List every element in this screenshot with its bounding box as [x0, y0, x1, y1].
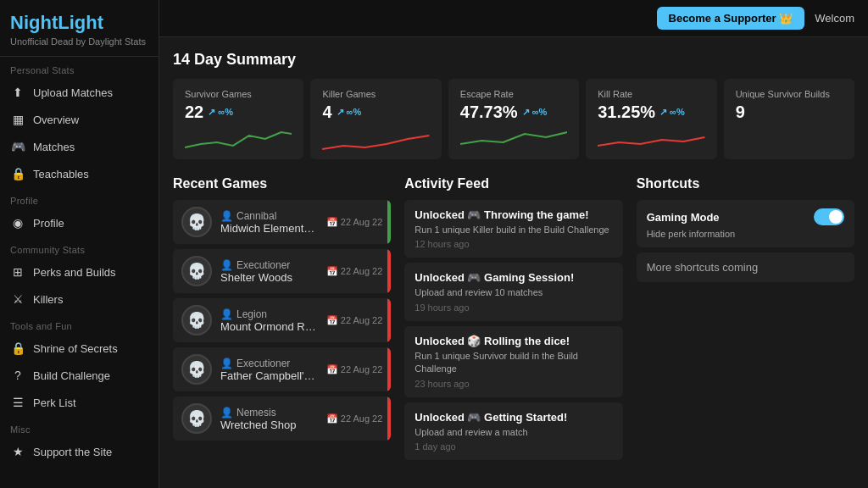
- activity-title-0: Unlocked 🎮 Throwing the game!: [415, 208, 612, 221]
- game-info-1: 👤Executioner Shelter Woods: [220, 259, 318, 284]
- game-map-4: Wretched Shop: [220, 419, 318, 431]
- game-item-1[interactable]: 💀 👤Executioner Shelter Woods 📅 22 Aug 22: [173, 249, 391, 293]
- sidebar-item-overview[interactable]: ▦ Overview: [0, 106, 159, 133]
- toggle-knob: [829, 210, 843, 224]
- game-info-0: 👤Cannibal Midwich Elementary School: [220, 210, 318, 235]
- activity-time-3: 1 day ago: [415, 441, 612, 452]
- sidebar-label-build: Build Challenge: [33, 369, 110, 382]
- shortcuts-panel: Shortcuts Gaming Mode Hide perk informat…: [637, 176, 854, 465]
- activity-feed-panel: Activity Feed Unlocked 🎮 Throwing the ga…: [404, 176, 622, 465]
- sidebar-item-build-challenge[interactable]: ? Build Challenge: [0, 362, 159, 389]
- sidebar-item-shrine[interactable]: 🔒 Shrine of Secrets: [0, 335, 159, 362]
- gaming-mode-card: Gaming Mode Hide perk information: [637, 200, 854, 247]
- stat-card-unique-builds: Unique Survivor Builds 9: [724, 79, 854, 159]
- summary-title: 14 Day Summary: [173, 51, 854, 69]
- logo-title: NightLight: [10, 12, 148, 34]
- sidebar-label-profile: Profile: [33, 217, 64, 230]
- game-icon-1: 💀: [181, 256, 212, 286]
- gaming-mode-toggle[interactable]: [814, 208, 844, 225]
- game-date-2: 📅 22 Aug 22: [326, 315, 383, 326]
- main-content: Become a Supporter 👑 Welcom 14 Day Summa…: [159, 0, 868, 488]
- game-date-3: 📅 22 Aug 22: [326, 364, 383, 375]
- perks-icon: ⊞: [10, 264, 25, 280]
- stat-trend-0: ↗ ∞%: [208, 107, 233, 118]
- stat-label-2: Escape Rate: [460, 89, 567, 99]
- game-icon-4: 💀: [181, 403, 212, 434]
- activity-desc-2: Run 1 unique Survivor build in the Build…: [415, 350, 612, 376]
- game-result-2: [387, 298, 391, 342]
- game-killer-4: 👤Nemesis: [220, 407, 318, 419]
- sparkline-2: [460, 127, 567, 152]
- stat-trend-1: ↗ ∞%: [337, 107, 362, 118]
- activity-title-2: Unlocked 🎲 Rolling the dice!: [415, 335, 612, 347]
- sidebar-item-teachables[interactable]: 🔒 Teachables: [0, 160, 159, 187]
- game-date-1: 📅 22 Aug 22: [326, 266, 383, 277]
- stat-value-0: 22 ↗ ∞%: [185, 103, 292, 122]
- sidebar-label-upload: Upload Matches: [33, 86, 113, 99]
- activity-title-3: Unlocked 🎮 Getting Started!: [415, 411, 612, 424]
- game-map-0: Midwich Elementary School: [220, 222, 318, 235]
- content-area: 14 Day Summary Survivor Games 22 ↗ ∞% Ki…: [159, 37, 868, 488]
- game-map-3: Father Campbell's Chapel: [220, 369, 318, 382]
- game-result-0: [387, 200, 391, 244]
- sidebar-label-perk-list: Perk List: [33, 396, 76, 409]
- sidebar-logo: NightLight Unofficial Dead by Daylight S…: [0, 0, 159, 57]
- stat-card-kill-rate: Kill Rate 31.25% ↗ ∞%: [586, 79, 716, 159]
- sidebar-item-matches[interactable]: 🎮 Matches: [0, 133, 159, 160]
- activity-item-1: Unlocked 🎮 Gaming Session! Upload and re…: [404, 263, 622, 320]
- activity-item-0: Unlocked 🎮 Throwing the game! Run 1 uniq…: [404, 200, 622, 258]
- game-icon-0: 💀: [181, 207, 212, 237]
- gaming-mode-label: Gaming Mode: [647, 211, 720, 224]
- stat-card-killer-games: Killer Games 4 ↗ ∞%: [310, 79, 441, 159]
- stat-value-4: 9: [736, 103, 843, 122]
- activity-desc-1: Upload and review 10 matches: [415, 286, 612, 299]
- sparkline-0: [185, 127, 292, 152]
- sidebar-label-killers: Killers: [33, 293, 63, 306]
- sidebar-item-support[interactable]: ★ Support the Site: [0, 438, 159, 465]
- game-killer-3: 👤Executioner: [220, 358, 318, 369]
- game-map-2: Mount Ormond Resort: [220, 320, 318, 333]
- teachables-icon: 🔒: [10, 166, 25, 181]
- become-supporter-button[interactable]: Become a Supporter 👑: [657, 7, 805, 30]
- activity-time-1: 19 hours ago: [415, 302, 612, 313]
- game-date-0: 📅 22 Aug 22: [326, 217, 383, 228]
- game-icon-2: 💀: [181, 305, 212, 336]
- sidebar-item-profile[interactable]: ◉ Profile: [0, 209, 159, 236]
- game-map-1: Shelter Woods: [220, 271, 318, 284]
- sidebar: NightLight Unofficial Dead by Daylight S…: [0, 0, 159, 488]
- shortcuts-title: Shortcuts: [637, 176, 854, 191]
- logo-night: Night: [10, 12, 58, 33]
- shrine-icon: 🔒: [10, 341, 25, 356]
- topbar: Become a Supporter 👑 Welcom: [159, 0, 868, 37]
- sidebar-item-perk-list[interactable]: ☰ Perk List: [0, 389, 159, 416]
- stat-card-escape-rate: Escape Rate 47.73% ↗ ∞%: [448, 79, 579, 159]
- game-killer-0: 👤Cannibal: [220, 210, 318, 222]
- game-item-4[interactable]: 💀 👤Nemesis Wretched Shop 📅 22 Aug 22: [173, 396, 391, 441]
- sidebar-label-shrine: Shrine of Secrets: [33, 342, 118, 355]
- profile-icon: ◉: [10, 215, 25, 230]
- sidebar-label-perks: Perks and Builds: [33, 266, 116, 279]
- game-killer-1: 👤Executioner: [220, 259, 318, 271]
- section-label-profile: Profile: [0, 187, 159, 209]
- game-item-2[interactable]: 💀 👤Legion Mount Ormond Resort 📅 22 Aug 2…: [173, 298, 391, 342]
- support-icon: ★: [10, 444, 25, 459]
- activity-title-1: Unlocked 🎮 Gaming Session!: [415, 271, 612, 284]
- upload-icon: ⬆: [10, 85, 25, 100]
- section-label-community: Community Stats: [0, 236, 159, 258]
- game-item-3[interactable]: 💀 👤Executioner Father Campbell's Chapel …: [173, 347, 391, 391]
- stat-card-survivor-games: Survivor Games 22 ↗ ∞%: [173, 79, 303, 159]
- sidebar-item-upload-matches[interactable]: ⬆ Upload Matches: [0, 79, 159, 106]
- sidebar-item-perks[interactable]: ⊞ Perks and Builds: [0, 258, 159, 286]
- matches-icon: 🎮: [10, 139, 25, 154]
- section-label-tools: Tools and Fun: [0, 313, 159, 335]
- build-icon: ?: [10, 368, 25, 383]
- game-icon-3: 💀: [181, 354, 212, 385]
- game-result-3: [387, 347, 391, 391]
- bottom-grid: Recent Games 💀 👤Cannibal Midwich Element…: [173, 176, 854, 465]
- hide-perk-text: Hide perk information: [647, 229, 844, 239]
- game-item-0[interactable]: 💀 👤Cannibal Midwich Elementary School 📅 …: [173, 200, 391, 244]
- sparkline-1: [322, 127, 429, 152]
- perk-list-icon: ☰: [10, 395, 25, 410]
- sidebar-item-killers[interactable]: ⚔ Killers: [0, 286, 159, 313]
- activity-time-2: 23 hours ago: [415, 379, 612, 389]
